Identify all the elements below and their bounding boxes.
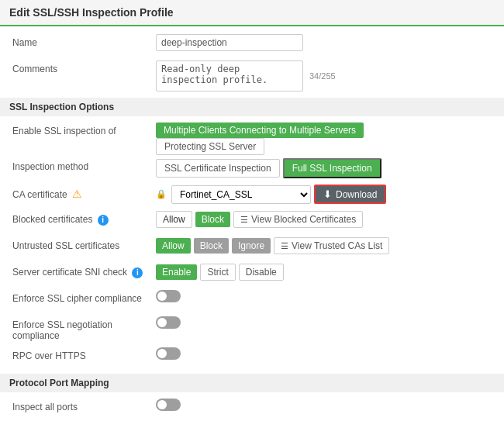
enable-ssl-row: Enable SSL inspection of Multiple Client… [12,123,492,152]
untrusted-view-label: View Trusted CAs List [292,240,382,251]
untrusted-ssl-row: Untrusted SSL certificates Allow Block I… [12,237,492,257]
page-title: Edit SSL/SSH Inspection Profile [0,0,504,26]
untrusted-block-btn[interactable]: Block [194,238,229,254]
ssl-section-header: SSL Inspection Options [0,98,504,116]
inspect-all-row: Inspect all ports [12,399,492,419]
negotiation-compliance-toggle [156,316,492,329]
blocked-certs-buttons: Allow Block ☰ View Blocked Certificates [156,211,492,228]
blocked-view-btn[interactable]: ☰ View Blocked Certificates [233,211,363,228]
blocked-info-icon[interactable]: i [98,215,109,226]
ca-cert-label: CA certificate ⚠ [12,185,156,200]
page-container: Edit SSL/SSH Inspection Profile Name Com… [0,0,504,421]
rpc-toggle [156,347,492,360]
cipher-compliance-label: Enforce SSL cipher compliance [12,290,156,304]
warning-icon: ⚠ [72,188,82,200]
sni-check-buttons: Enable Strict Disable [156,264,492,281]
download-label: Download [336,189,377,200]
download-button[interactable]: ⬇ Download [314,185,386,204]
list-icon: ☰ [240,215,248,225]
name-value-container [156,34,492,51]
sni-info-icon[interactable]: i [132,267,143,278]
cipher-compliance-row: Enforce SSL cipher compliance [12,290,492,310]
comments-label: Comments [12,60,156,74]
inspection-method-row: Inspection method SSL Certificate Inspec… [12,158,492,178]
rpc-label: RPC over HTTPS [12,347,156,361]
name-input[interactable] [156,34,303,51]
name-label: Name [12,34,156,48]
download-icon: ⬇ [323,188,332,200]
negotiation-compliance-row: Enforce SSL negotiation compliance [12,316,492,341]
sni-strict-btn[interactable]: Strict [200,264,235,281]
ca-cert-row: CA certificate ⚠ 🔒 Fortinet_CA_SSL ⬇ Dow… [12,185,492,205]
port-section-header: Protocol Port Mapping [0,374,504,392]
list-icon2: ☰ [281,241,288,251]
inspect-row1: Multiple Clients Connecting to Multiple … [156,123,364,138]
inspection-method-label: Inspection method [12,158,156,172]
blocked-certs-row: Blocked certificates i Allow Block ☰ Vie… [12,211,492,231]
blocked-certs-label: Blocked certificates i [12,211,156,226]
untrusted-ignore-btn[interactable]: Ignore [232,238,271,254]
inspect-options-container: Multiple Clients Connecting to Multiple … [156,123,364,152]
inspection-method-buttons: SSL Certificate Inspection Full SSL Insp… [156,158,492,178]
ca-cert-value: 🔒 Fortinet_CA_SSL ⬇ Download [156,185,492,204]
ssl-cert-inspection-btn[interactable]: SSL Certificate Inspection [156,159,280,178]
ca-fortinet-icon: 🔒 [156,189,167,199]
blocked-view-label: View Blocked Certificates [251,214,356,225]
sni-check-row: Server certificate SNI check i Enable St… [12,264,492,284]
sni-disable-btn[interactable]: Disable [239,264,284,281]
ca-certificate-select[interactable]: Fortinet_CA_SSL [171,185,311,204]
blocked-allow-btn[interactable]: Allow [156,211,192,228]
enable-ssl-label: Enable SSL inspection of [12,123,156,136]
inspect-all-toggle [156,399,492,411]
untrusted-ssl-label: Untrusted SSL certificates [12,237,156,251]
negotiation-compliance-label: Enforce SSL negotiation compliance [12,316,156,341]
ca-select-wrapper: 🔒 Fortinet_CA_SSL ⬇ Download [156,185,386,204]
negotiation-toggle[interactable] [156,316,181,329]
inspect-all-toggle-switch[interactable] [156,399,181,411]
char-count: 34/255 [309,71,336,81]
rpc-toggle-switch[interactable] [156,347,181,360]
name-row: Name [12,34,492,54]
comments-row: Comments Read-only deep inspection profi… [12,60,492,91]
blocked-block-btn[interactable]: Block [195,212,230,227]
cipher-compliance-toggle [156,290,492,302]
sni-check-label: Server certificate SNI check i [12,264,156,278]
cipher-toggle[interactable] [156,290,181,302]
untrusted-view-btn[interactable]: ☰ View Trusted CAs List [274,237,389,254]
sni-enable-btn[interactable]: Enable [156,264,197,280]
comments-value-container: Read-only deep inspection profile. 34/25… [156,60,492,91]
full-ssl-inspection-btn[interactable]: Full SSL Inspection [283,158,381,178]
rpc-row: RPC over HTTPS [12,347,492,368]
option-protecting-ssl[interactable]: Protecting SSL Server [156,138,264,155]
comments-textarea[interactable]: Read-only deep inspection profile. [156,60,303,91]
enable-ssl-options: Multiple Clients Connecting to Multiple … [156,123,492,152]
untrusted-ssl-buttons: Allow Block Ignore ☰ View Trusted CAs Li… [156,237,492,254]
untrusted-allow-btn[interactable]: Allow [156,238,191,254]
option-multiple-clients[interactable]: Multiple Clients Connecting to Multiple … [156,123,364,138]
inspect-all-label: Inspect all ports [12,399,156,412]
inspect-row2: Protecting SSL Server [156,140,364,152]
